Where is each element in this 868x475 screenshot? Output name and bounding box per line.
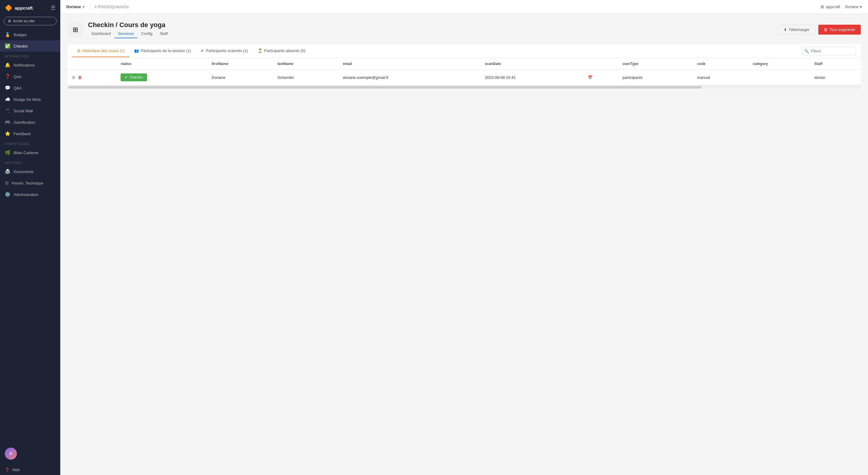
col-firstname: firstName <box>207 58 273 70</box>
participants-session-icon: 👥 <box>134 48 139 53</box>
tab-participants-absents[interactable]: ⏳ Participants absents (0) <box>253 45 310 57</box>
col-lastname: lastName <box>273 58 338 70</box>
badge-icon: 🏅 <box>5 32 10 37</box>
gamification-icon: 🎮 <box>5 120 10 125</box>
row-email: doriane.exemple@gmail.fr <box>338 70 480 85</box>
social-wall-icon: 📱 <box>5 108 10 113</box>
page-header-actions: ⬇ Télécharger 🗑 Tout supprimer <box>778 25 861 35</box>
filter-area: 🔍 <box>802 44 856 58</box>
row-staff: dorian <box>810 70 861 85</box>
download-button[interactable]: ⬇ Télécharger <box>778 25 815 35</box>
delete-all-button[interactable]: 🗑 Tout supprimer <box>818 25 861 35</box>
doriane-chevron-icon: ▾ <box>860 4 862 9</box>
row-grid-icon[interactable]: ⊞ <box>72 75 75 80</box>
sidebar-item-feedback[interactable]: ⭐ Feedback <box>0 128 60 139</box>
qa-icon: 💬 <box>5 85 10 91</box>
help-icon: ❓ <box>5 468 10 472</box>
tab-sessions[interactable]: Sessions <box>115 30 138 38</box>
row-status: ✔ Checkin <box>116 70 207 85</box>
sidebar-item-social-wall[interactable]: 📱 Social Wall <box>0 105 60 116</box>
page-content: ⊞ Checkin / Cours de yoga Dashboard Sess… <box>60 14 868 475</box>
sidebar-item-gamification[interactable]: 🎮 Gamification <box>0 116 60 128</box>
notification-icon: 🔔 <box>5 62 10 68</box>
checkin-page-icon: ⊞ <box>67 22 83 38</box>
row-usertype: participants <box>618 70 693 85</box>
col-status: status <box>116 58 207 70</box>
sidebar-footer: D <box>0 443 60 465</box>
filter-input[interactable] <box>802 47 856 56</box>
col-staff: Staff <box>810 58 861 70</box>
sidebar: 🔶 appcraft. ☰ 🖥 Accès au site 🏅 Badges ✅… <box>0 0 60 475</box>
table-wrap: status firstName lastName email scanDate… <box>67 58 861 85</box>
grid-tab-icon: ⊞ <box>77 48 81 53</box>
main-content: Doriane ▾ # IPtoODQLktuhOd ⊞ appcraft Do… <box>60 0 868 475</box>
grid-icon: ⊞ <box>821 4 824 9</box>
sidebar-item-nuage[interactable]: ☁️ Nuage De Mots <box>0 94 60 105</box>
sidebar-help[interactable]: ❓ Aide <box>0 465 60 475</box>
row-code: manual <box>693 70 749 85</box>
sidebar-item-checkin[interactable]: ✅ Checkin <box>0 40 60 52</box>
statistiques-section-label: STATISTIQUES <box>0 139 60 147</box>
tab-config[interactable]: Config <box>137 30 156 38</box>
filter-input-wrap: 🔍 <box>802 47 856 56</box>
sidebar-item-quiz[interactable]: ❓ Quiz <box>0 71 60 82</box>
sidebar-header: 🔶 appcraft. ☰ <box>0 0 60 15</box>
nuage-icon: ☁️ <box>5 97 10 102</box>
content-tabs-row: ⊞ Historique des scans (1) 👥 Participant… <box>67 44 861 58</box>
row-category <box>749 70 810 85</box>
sidebar-item-param-technique[interactable]: ⊞ Param. Technique <box>0 177 60 189</box>
sidebar-item-administration[interactable]: ⚙️ Administration <box>0 189 60 200</box>
checkin-check-icon: ✔ <box>125 75 128 79</box>
check-icon: ✔ <box>201 48 204 53</box>
settings-section-label: SETTINGS <box>0 158 60 166</box>
horizontal-scrollbar[interactable] <box>67 85 861 89</box>
col-email: email <box>338 58 480 70</box>
row-firstname: Doriane <box>207 70 273 85</box>
search-icon: 🔍 <box>804 49 809 53</box>
trash-icon: 🗑 <box>824 27 828 32</box>
topbar-appcraft: ⊞ appcraft <box>821 4 840 9</box>
download-icon: ⬇ <box>784 27 787 32</box>
sidebar-item-qa[interactable]: 💬 Q&A <box>0 82 60 94</box>
documents-icon: 🖨️ <box>5 169 10 174</box>
col-scandate: scanDate <box>480 58 584 70</box>
sidebar-item-badges[interactable]: 🏅 Badges <box>0 29 60 40</box>
tab-dashboard[interactable]: Dashboard <box>88 30 115 38</box>
topbar-user: Doriane ▾ <box>66 4 84 9</box>
page-header: ⊞ Checkin / Cours de yoga Dashboard Sess… <box>67 21 861 38</box>
feedback-icon: ⭐ <box>5 131 10 136</box>
user-chevron-icon: ▾ <box>83 5 84 9</box>
row-scandate: 2023-08-09 15:41 <box>480 70 584 85</box>
topbar: Doriane ▾ # IPtoODQLktuhOd ⊞ appcraft Do… <box>60 0 868 14</box>
topbar-hash: # IPtoODQLktuhOd <box>94 4 128 9</box>
tab-participants-session[interactable]: 👥 Participants de la session (1) <box>129 45 196 57</box>
tab-staff[interactable]: Staff <box>156 30 172 38</box>
hourglass-icon: ⏳ <box>258 48 262 53</box>
table-row: ⊞ 🗑 ✔ Checkin Doriane Schembri <box>67 70 861 85</box>
page-title-text: Checkin / Cours de yoga Dashboard Sessio… <box>88 21 171 38</box>
interaction-section-label: INTERACTION <box>0 52 60 59</box>
access-site-icon: 🖥 <box>7 19 11 23</box>
quiz-icon: ❓ <box>5 74 10 79</box>
row-delete-icon[interactable]: 🗑 <box>78 75 82 80</box>
tab-participants-scannes[interactable]: ✔ Participants scannés (1) <box>196 45 253 57</box>
col-category: category <box>749 58 810 70</box>
hamburger-icon[interactable]: ☰ <box>51 4 56 11</box>
row-action-icons: ⊞ 🗑 <box>72 75 112 80</box>
table-header-row: status firstName lastName email scanDate… <box>67 58 861 70</box>
sidebar-item-documents[interactable]: 🖨️ Documents <box>0 166 60 177</box>
row-calendar-icon: 📅 <box>584 70 618 85</box>
sidebar-item-notifications[interactable]: 🔔 Notifications <box>0 59 60 71</box>
sidebar-item-bilan-carbone[interactable]: 🌿 Bilan Carbone <box>0 147 60 158</box>
checkin-status-button[interactable]: ✔ Checkin <box>121 73 147 81</box>
tab-historique[interactable]: ⊞ Historique des scans (1) <box>72 45 129 57</box>
topbar-doriane[interactable]: Doriane ▾ <box>845 4 862 9</box>
page-title: Checkin / Cours de yoga <box>88 21 171 29</box>
access-site-button[interactable]: 🖥 Accès au site <box>4 17 57 25</box>
col-actions <box>67 58 116 70</box>
checkin-table: status firstName lastName email scanDate… <box>67 58 861 85</box>
topbar-divider <box>89 4 90 10</box>
avatar: D <box>5 448 17 460</box>
param-technique-icon: ⊞ <box>5 180 9 186</box>
logo: 🔶 appcraft. <box>5 4 34 11</box>
